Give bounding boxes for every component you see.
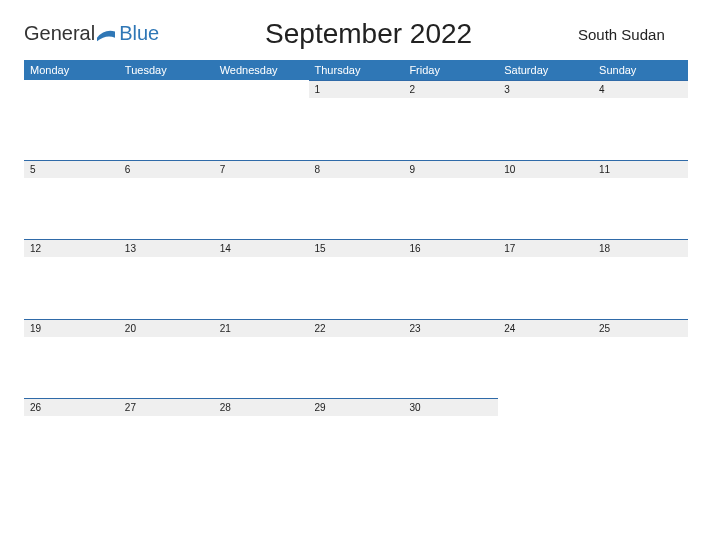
date-cell: 11 xyxy=(593,160,688,178)
calendar-grid: Monday Tuesday Wednesday Thursday Friday… xyxy=(24,60,688,478)
date-cell xyxy=(593,399,688,417)
date-cell: 6 xyxy=(119,160,214,178)
weekday-header-row: Monday Tuesday Wednesday Thursday Friday… xyxy=(24,60,688,81)
weekday-header: Wednesday xyxy=(214,60,309,81)
date-cell: 14 xyxy=(214,240,309,258)
date-body-row xyxy=(24,178,688,240)
brand-word-general: General xyxy=(24,22,95,45)
page-title: September 2022 xyxy=(159,18,578,50)
weekday-header: Sunday xyxy=(593,60,688,81)
date-cell: 28 xyxy=(214,399,309,417)
date-cell xyxy=(24,81,119,99)
date-cell: 23 xyxy=(403,319,498,337)
weekday-header: Thursday xyxy=(309,60,404,81)
header: General Blue September 2022 South Sudan xyxy=(24,18,688,50)
date-cell: 1 xyxy=(309,81,404,99)
brand-swoosh-icon xyxy=(97,28,115,42)
date-cell: 27 xyxy=(119,399,214,417)
region-label: South Sudan xyxy=(578,18,688,43)
weekday-header: Monday xyxy=(24,60,119,81)
date-body-row xyxy=(24,98,688,160)
date-cell xyxy=(498,399,593,417)
date-cell xyxy=(119,81,214,99)
date-cell: 5 xyxy=(24,160,119,178)
date-cell: 3 xyxy=(498,81,593,99)
date-cell: 7 xyxy=(214,160,309,178)
date-body-row xyxy=(24,337,688,399)
date-cell: 25 xyxy=(593,319,688,337)
date-cell: 10 xyxy=(498,160,593,178)
brand-logo: General Blue xyxy=(24,18,159,45)
date-number-row: 19 20 21 22 23 24 25 xyxy=(24,319,688,337)
date-number-row: 26 27 28 29 30 xyxy=(24,399,688,417)
date-cell: 19 xyxy=(24,319,119,337)
date-body-row xyxy=(24,257,688,319)
date-cell: 15 xyxy=(309,240,404,258)
date-cell xyxy=(214,81,309,99)
date-cell: 17 xyxy=(498,240,593,258)
date-cell: 21 xyxy=(214,319,309,337)
date-cell: 18 xyxy=(593,240,688,258)
date-number-row: 12 13 14 15 16 17 18 xyxy=(24,240,688,258)
date-cell: 24 xyxy=(498,319,593,337)
date-cell: 16 xyxy=(403,240,498,258)
date-number-row: 1 2 3 4 xyxy=(24,81,688,99)
date-cell: 30 xyxy=(403,399,498,417)
date-cell: 4 xyxy=(593,81,688,99)
date-body-row xyxy=(24,416,688,478)
date-cell: 20 xyxy=(119,319,214,337)
date-cell: 26 xyxy=(24,399,119,417)
date-cell: 29 xyxy=(309,399,404,417)
date-cell: 8 xyxy=(309,160,404,178)
date-cell: 12 xyxy=(24,240,119,258)
date-cell: 2 xyxy=(403,81,498,99)
weekday-header: Saturday xyxy=(498,60,593,81)
date-number-row: 5 6 7 8 9 10 11 xyxy=(24,160,688,178)
date-cell: 9 xyxy=(403,160,498,178)
weekday-header: Tuesday xyxy=(119,60,214,81)
date-cell: 22 xyxy=(309,319,404,337)
brand-word-blue: Blue xyxy=(119,22,159,45)
weekday-header: Friday xyxy=(403,60,498,81)
date-cell: 13 xyxy=(119,240,214,258)
